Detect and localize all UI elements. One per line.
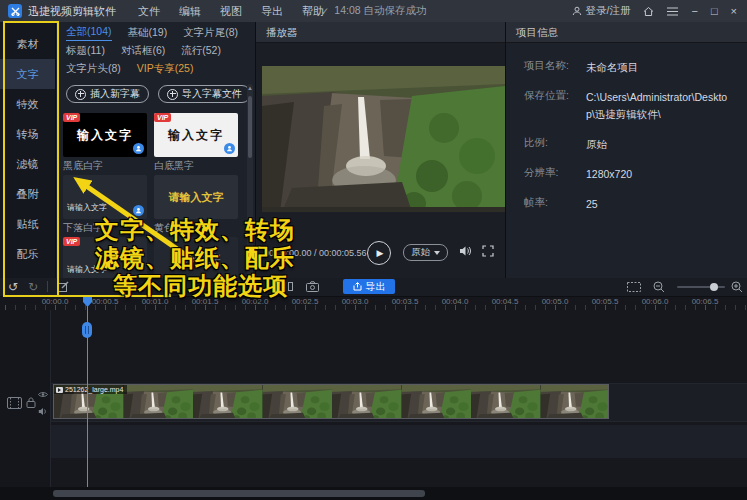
undo-button[interactable]: ↺ bbox=[8, 280, 18, 294]
tab-popular[interactable]: 流行(52) bbox=[181, 44, 221, 58]
menu-edit[interactable]: 编辑 bbox=[179, 4, 201, 19]
vip-badge: VIP bbox=[63, 113, 80, 122]
timeline-section: ↺ ↻ 导出 bbox=[0, 278, 747, 500]
player-controls: 00:00:00.00 / 00:00:05.56 ▶ 原始 bbox=[256, 238, 506, 268]
card-label: 黑底白字 bbox=[63, 160, 147, 172]
sidebar-item-effects[interactable]: 特效 bbox=[0, 89, 55, 119]
text-presets-panel: 全部(104) 基础(19) 文字片尾(8) 标题(11) 对话框(6) 流行(… bbox=[55, 22, 255, 278]
sidebar-item-music[interactable]: 配乐 bbox=[0, 239, 55, 269]
subtitle-buttons-row: 插入新字幕 导入字幕文件 bbox=[56, 76, 255, 103]
insert-subtitle-button[interactable]: 插入新字幕 bbox=[66, 85, 149, 103]
split-clip-icon[interactable] bbox=[281, 281, 293, 292]
text-style-card-white[interactable]: VIP 输入文字 bbox=[154, 113, 238, 157]
tab-ending[interactable]: 文字片尾(8) bbox=[183, 26, 238, 40]
timeline-horizontal-scrollbar[interactable] bbox=[0, 487, 747, 500]
player-header: 播放器 bbox=[256, 22, 505, 43]
text-style-card-6[interactable]: 请输入文字 bbox=[154, 237, 238, 278]
sidebar-item-filters[interactable]: 滤镜 bbox=[0, 149, 55, 179]
resolution-value: 1280x720 bbox=[586, 166, 733, 182]
time-ruler[interactable]: 00:00.000:00.500:01.000:01.500:02.000:02… bbox=[0, 296, 747, 310]
fullscreen-icon[interactable] bbox=[482, 245, 494, 257]
app-title: 迅捷视频剪辑软件 bbox=[28, 4, 116, 19]
visibility-track-icon[interactable] bbox=[38, 391, 48, 398]
timeline-zoom-slider[interactable] bbox=[677, 286, 725, 288]
tab-dialog[interactable]: 对话框(6) bbox=[121, 44, 165, 58]
sidebar-item-media[interactable]: 素材 bbox=[0, 29, 55, 59]
card-label: 白底黑字 bbox=[154, 160, 238, 172]
menu-view[interactable]: 视图 bbox=[220, 4, 242, 19]
app-window: 迅捷视频剪辑软件 文件 编辑 视图 导出 帮助 ✓ 14:08 自动保存成功 登… bbox=[0, 0, 747, 500]
import-subtitle-button[interactable]: 导入字幕文件 bbox=[158, 85, 251, 103]
menu-export[interactable]: 导出 bbox=[261, 4, 283, 19]
empty-track-lane[interactable] bbox=[0, 425, 747, 458]
tab-opening[interactable]: 文字片头(8) bbox=[66, 62, 121, 76]
clip-label: 251262_large.mp4 bbox=[54, 385, 127, 394]
sidebar-item-stickers[interactable]: 贴纸 bbox=[0, 209, 55, 239]
login-button[interactable]: 登录/注册 bbox=[572, 4, 631, 18]
ruler-tick-label: 00:02.0 bbox=[242, 297, 269, 306]
text-style-card-falling[interactable]: 请输入文字 bbox=[63, 175, 147, 219]
project-info-header: 项目信息 bbox=[506, 22, 747, 43]
edit-clip-icon[interactable] bbox=[58, 281, 69, 292]
project-name-value: 未命名项目 bbox=[586, 59, 733, 75]
project-info-panel: 项目信息 项目名称: 未命名项目 保存位置: C:\Users\Administ… bbox=[505, 22, 747, 278]
sidebar-item-text[interactable]: 文字 bbox=[0, 59, 55, 89]
video-clip[interactable]: 251262_large.mp4 bbox=[53, 384, 609, 419]
author-avatar-icon bbox=[133, 143, 144, 154]
main-menu-icon[interactable] bbox=[667, 7, 678, 16]
aspect-ratio-value: 原始 bbox=[586, 136, 733, 152]
home-icon[interactable] bbox=[643, 6, 654, 17]
volume-icon[interactable] bbox=[459, 245, 472, 257]
sidebar: 素材 文字 特效 转场 滤镜 叠附 贴纸 配乐 bbox=[0, 22, 55, 278]
sidebar-item-overlays[interactable]: 叠附 bbox=[0, 179, 55, 209]
plus-icon bbox=[75, 89, 86, 100]
maximize-button[interactable]: □ bbox=[711, 6, 718, 17]
tab-all[interactable]: 全部(104) bbox=[66, 25, 112, 41]
minimize-button[interactable]: − bbox=[691, 6, 697, 17]
check-icon: ✓ bbox=[320, 5, 329, 17]
menu-file[interactable]: 文件 bbox=[138, 4, 160, 19]
tab-title[interactable]: 标题(11) bbox=[66, 44, 105, 58]
zoom-in-icon[interactable] bbox=[731, 281, 743, 293]
vip-badge: VIP bbox=[154, 113, 171, 122]
tab-basic[interactable]: 基础(19) bbox=[128, 26, 168, 40]
tab-row-1: 全部(104) 基础(19) 文字片尾(8) bbox=[56, 25, 255, 40]
lock-track-icon[interactable] bbox=[26, 397, 36, 408]
tab-vip[interactable]: VIP专享(25) bbox=[137, 62, 194, 76]
video-preview[interactable] bbox=[262, 66, 505, 212]
snapshot-camera-icon[interactable] bbox=[306, 281, 319, 292]
close-button[interactable]: × bbox=[731, 6, 737, 17]
scrollbar-thumb[interactable] bbox=[53, 490, 425, 497]
fit-timeline-icon[interactable] bbox=[627, 282, 641, 292]
ruler-tick-label: 00:04.0 bbox=[442, 297, 469, 306]
save-location-row: 保存位置: C:\Users\Administrator\Desktop\迅捷剪… bbox=[524, 89, 733, 122]
text-style-card-black[interactable]: VIP 输入文字 bbox=[63, 113, 147, 157]
player-panel: 播放器 00:00:00.00 / 00:00:05.56 ▶ 原始 bbox=[255, 22, 505, 278]
ruler-tick-label: 00:06.5 bbox=[692, 297, 719, 306]
framerate-row: 帧率: 25 bbox=[524, 196, 733, 212]
panel-scrollbar[interactable]: ▲ bbox=[247, 84, 253, 276]
zoom-out-icon[interactable] bbox=[653, 281, 665, 293]
text-style-card-yellow[interactable]: 请输入文字 bbox=[154, 175, 238, 219]
ruler-tick-label: 00:05.5 bbox=[592, 297, 619, 306]
scrollbar-thumb[interactable] bbox=[248, 96, 252, 158]
play-button[interactable]: ▶ bbox=[367, 241, 391, 265]
mute-track-icon[interactable] bbox=[38, 407, 48, 416]
tracks-area: 251262_large.mp4 bbox=[0, 310, 747, 487]
playhead-grip[interactable] bbox=[82, 322, 92, 338]
redo-button[interactable]: ↻ bbox=[28, 280, 38, 294]
card-label: 下落白字 bbox=[63, 222, 147, 234]
text-style-card-5[interactable]: VIP 请输入文字 bbox=[63, 237, 147, 278]
clip-play-icon bbox=[56, 387, 63, 393]
export-button[interactable]: 导出 bbox=[343, 279, 395, 294]
project-name-row: 项目名称: 未命名项目 bbox=[524, 59, 733, 75]
ratio-dropdown[interactable]: 原始 bbox=[403, 244, 448, 261]
scroll-up-icon[interactable]: ▲ bbox=[247, 85, 253, 91]
card-label: 黄色阴影 bbox=[154, 222, 238, 234]
autosave-status: ✓ 14:08 自动保存成功 bbox=[320, 4, 426, 18]
slider-knob[interactable] bbox=[710, 283, 718, 291]
vip-badge: VIP bbox=[63, 237, 80, 246]
ruler-tick-label: 00:00.0 bbox=[42, 297, 69, 306]
sidebar-item-transitions[interactable]: 转场 bbox=[0, 119, 55, 149]
tab-row-3: 文字片头(8) VIP专享(25) bbox=[56, 61, 255, 76]
